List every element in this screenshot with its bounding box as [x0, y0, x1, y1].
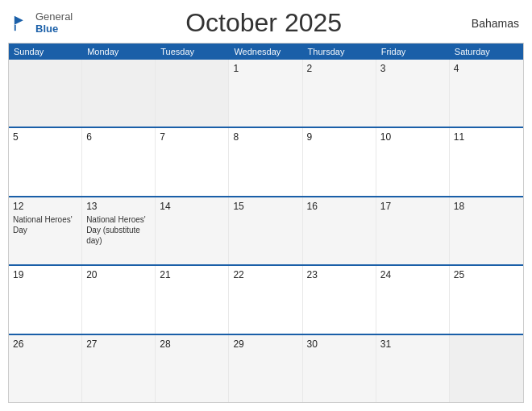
- day-number: 26: [13, 338, 77, 351]
- calendar-grid: Sunday Monday Tuesday Wednesday Thursday…: [8, 43, 524, 403]
- day-number: 19: [13, 269, 77, 282]
- day-cell-17: 17: [376, 197, 450, 264]
- day-number: 22: [233, 269, 297, 282]
- day-cell-16: 16: [303, 197, 376, 264]
- day-cell-27: 27: [82, 335, 156, 402]
- day-cell-31: 31: [376, 335, 450, 402]
- weeks-container: 1 2 3 4 5 6 7 8 9 10 11 12 National Hero…: [9, 60, 523, 402]
- day-cell-23: 23: [303, 266, 376, 333]
- day-number: 28: [160, 338, 224, 351]
- day-cell-empty: [9, 60, 82, 127]
- day-cell-empty: [82, 60, 156, 127]
- day-cell-10: 10: [376, 128, 450, 195]
- day-cell-5: 5: [9, 128, 82, 195]
- header-sunday: Sunday: [9, 44, 82, 60]
- day-number: 15: [233, 201, 297, 214]
- day-number: 11: [454, 131, 519, 144]
- day-cell-3: 3: [376, 60, 450, 127]
- day-number: 24: [380, 269, 445, 282]
- week-row-4: 19 20 21 22 23 24 25: [9, 264, 523, 333]
- day-number: 2: [307, 63, 372, 76]
- header-saturday: Saturday: [450, 44, 523, 60]
- day-cell-15: 15: [229, 197, 302, 264]
- week-row-1: 1 2 3 4: [9, 60, 523, 127]
- day-cell-19: 19: [9, 266, 82, 333]
- day-cell-29: 29: [229, 335, 302, 402]
- day-number: 13: [86, 201, 151, 214]
- day-number: 8: [233, 131, 297, 144]
- day-cell-12: 12 National Heroes' Day: [9, 197, 82, 264]
- day-cell-21: 21: [156, 266, 229, 333]
- day-cell-26: 26: [9, 335, 82, 402]
- day-number: 10: [380, 131, 445, 144]
- week-row-2: 5 6 7 8 9 10 11: [9, 127, 523, 195]
- logo-general: General: [35, 11, 73, 23]
- header-friday: Friday: [376, 44, 450, 60]
- day-number: 12: [13, 201, 77, 214]
- day-number: 7: [160, 131, 224, 144]
- day-cell-8: 8: [229, 128, 302, 195]
- day-cell-22: 22: [229, 266, 302, 333]
- page: General Blue October 2025 Bahamas Sunday…: [0, 0, 532, 411]
- day-number: 20: [86, 269, 151, 282]
- logo-icon: [13, 15, 31, 32]
- header-thursday: Thursday: [303, 44, 376, 60]
- day-number: 27: [86, 338, 151, 351]
- day-number: 29: [233, 338, 297, 351]
- day-event: National Heroes' Day (substitute day): [86, 214, 151, 246]
- day-cell-18: 18: [450, 197, 523, 264]
- day-cell-empty: [450, 335, 523, 402]
- day-cell-13: 13 National Heroes' Day (substitute day): [82, 197, 156, 264]
- day-number: 4: [454, 63, 519, 76]
- day-number: 9: [307, 131, 372, 144]
- header-wednesday: Wednesday: [229, 44, 302, 60]
- day-number: 18: [454, 201, 519, 214]
- day-cell-14: 14: [156, 197, 229, 264]
- day-cell-7: 7: [156, 128, 229, 195]
- week-row-3: 12 National Heroes' Day 13 National Hero…: [9, 196, 523, 264]
- svg-rect-1: [15, 24, 16, 30]
- day-number: 14: [160, 201, 224, 214]
- day-cell-4: 4: [450, 60, 523, 127]
- day-cell-25: 25: [450, 266, 523, 333]
- day-cell-28: 28: [156, 335, 229, 402]
- logo-text: General Blue: [35, 11, 73, 35]
- page-title: October 2025: [73, 8, 455, 38]
- day-number: 16: [307, 201, 372, 214]
- header-monday: Monday: [82, 44, 156, 60]
- day-number: 23: [307, 269, 372, 282]
- day-headers-row: Sunday Monday Tuesday Wednesday Thursday…: [9, 44, 523, 60]
- day-number: 3: [380, 63, 445, 76]
- day-number: 6: [86, 131, 151, 144]
- calendar-header: General Blue October 2025 Bahamas: [0, 0, 532, 43]
- day-cell-empty: [156, 60, 229, 127]
- day-number: 30: [307, 338, 372, 351]
- day-cell-2: 2: [303, 60, 376, 127]
- day-cell-11: 11: [450, 128, 523, 195]
- country-label: Bahamas: [455, 17, 519, 30]
- logo-blue: Blue: [35, 23, 73, 35]
- week-row-5: 26 27 28 29 30 31: [9, 334, 523, 402]
- day-cell-6: 6: [82, 128, 156, 195]
- day-number: 21: [160, 269, 224, 282]
- logo: General Blue: [13, 11, 73, 35]
- day-cell-9: 9: [303, 128, 376, 195]
- header-tuesday: Tuesday: [156, 44, 229, 60]
- day-cell-24: 24: [376, 266, 450, 333]
- day-cell-1: 1: [229, 60, 302, 127]
- day-cell-30: 30: [303, 335, 376, 402]
- svg-marker-0: [15, 15, 23, 24]
- day-number: 17: [380, 201, 445, 214]
- day-number: 25: [454, 269, 519, 282]
- day-number: 1: [233, 63, 297, 76]
- day-event: National Heroes' Day: [13, 214, 77, 235]
- day-cell-20: 20: [82, 266, 156, 333]
- day-number: 5: [13, 131, 77, 144]
- day-number: 31: [380, 338, 445, 351]
